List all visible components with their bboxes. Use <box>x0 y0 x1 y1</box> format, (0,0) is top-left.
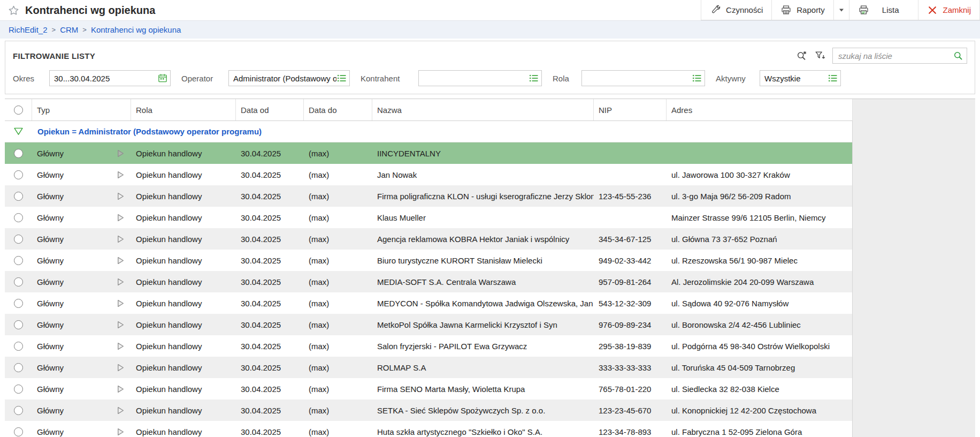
cell-data-od: 30.04.2025 <box>236 185 304 207</box>
aktywny-input[interactable]: Wszystkie <box>760 70 841 86</box>
row-radio[interactable] <box>14 277 23 287</box>
expand-triangle-icon[interactable] <box>116 277 125 287</box>
row-radio[interactable] <box>14 385 23 394</box>
search-input[interactable] <box>838 51 953 61</box>
row-radio[interactable] <box>14 149 23 158</box>
cell-typ: Główny <box>37 363 64 372</box>
search-icon[interactable] <box>953 50 963 61</box>
cell-adres: ul. Boronowska 2/4 42-456 Lubliniec <box>667 314 853 335</box>
header-select-column[interactable] <box>5 99 32 120</box>
operator-input[interactable]: Administrator (Podstawowy o <box>228 70 350 86</box>
table-row[interactable]: Główny Opiekun handlowy 30.04.2025 (max)… <box>5 228 852 250</box>
table-row[interactable]: Główny Opiekun handlowy 30.04.2025 (max)… <box>5 335 852 357</box>
table-row[interactable]: Główny Opiekun handlowy 30.04.2025 (max)… <box>5 142 852 164</box>
raporty-button[interactable]: Raporty <box>771 0 833 20</box>
cell-rola: Opiekun handlowy <box>131 357 236 378</box>
row-radio[interactable] <box>14 320 23 329</box>
titlebar: Kontrahenci wg opiekuna Czynności Raport… <box>0 0 980 20</box>
cell-data-od: 30.04.2025 <box>236 400 304 421</box>
cell-data-do: (max) <box>304 250 372 271</box>
search-star-icon[interactable] <box>796 50 808 62</box>
filter-funnel-arrow-icon[interactable] <box>814 50 826 62</box>
cell-data-do: (max) <box>304 335 372 357</box>
lista-button[interactable]: Lista <box>849 0 918 20</box>
column-header-nazwa[interactable]: Nazwa <box>372 99 594 120</box>
expand-triangle-icon[interactable] <box>116 213 125 222</box>
expand-triangle-icon[interactable] <box>116 363 125 372</box>
table-row[interactable]: Główny Opiekun handlowy 30.04.2025 (max)… <box>5 185 852 207</box>
cell-nip: 123-23-45-670 <box>594 400 667 421</box>
table-row[interactable]: Główny Opiekun handlowy 30.04.2025 (max)… <box>5 164 852 185</box>
cell-rola: Opiekun handlowy <box>131 164 236 185</box>
row-radio[interactable] <box>14 256 23 265</box>
expand-triangle-icon[interactable] <box>116 427 125 436</box>
breadcrumb-item-richedit[interactable]: RichEdit_2 <box>9 25 48 34</box>
cell-typ: Główny <box>37 235 64 244</box>
table-row[interactable]: Główny Opiekun handlowy 30.04.2025 (max)… <box>5 357 852 378</box>
expand-triangle-icon[interactable] <box>116 256 125 265</box>
expand-triangle-icon[interactable] <box>116 149 125 158</box>
row-radio[interactable] <box>14 427 23 436</box>
expand-triangle-icon[interactable] <box>116 235 125 244</box>
row-radio[interactable] <box>14 363 23 372</box>
cell-adres: ul. Konopnickiej 12 42-200 Częstochowa <box>667 400 853 421</box>
table-row[interactable]: Główny Opiekun handlowy 30.04.2025 (max)… <box>5 421 852 437</box>
expand-triangle-icon[interactable] <box>116 385 125 394</box>
czynnosci-button[interactable]: Czynności <box>701 0 771 20</box>
cell-rola: Opiekun handlowy <box>131 185 236 207</box>
cell-nip: 976-09-89-234 <box>594 314 667 335</box>
list-search-box <box>832 48 967 64</box>
rola-input[interactable] <box>581 70 705 86</box>
dropdown-list-icon[interactable] <box>336 73 347 84</box>
cell-nazwa: IINCYDENTALNY <box>372 142 594 164</box>
cell-rola: Opiekun handlowy <box>131 271 236 292</box>
table-row[interactable]: Główny Opiekun handlowy 30.04.2025 (max)… <box>5 250 852 271</box>
row-radio[interactable] <box>14 192 23 201</box>
zamknij-button[interactable]: Zamknij <box>918 0 980 20</box>
column-header-nip[interactable]: NIP <box>594 99 667 120</box>
cell-data-do: (max) <box>304 292 372 314</box>
table-row[interactable]: Główny Opiekun handlowy 30.04.2025 (max)… <box>5 378 852 400</box>
row-radio[interactable] <box>14 235 23 244</box>
expand-triangle-icon[interactable] <box>116 406 125 415</box>
grid-header: Typ Rola Data od Data do Nazwa NIP Adres <box>5 99 852 121</box>
cell-adres: ul. Toruńska 45 04-509 Tarnobrzeg <box>667 357 853 378</box>
cell-adres: Mainzer Strasse 99/6 12105 Berlin, Niemc… <box>667 207 853 228</box>
column-header-data-do[interactable]: Data do <box>304 99 372 120</box>
printer-list-icon <box>858 4 869 16</box>
dropdown-list-icon[interactable] <box>828 73 838 84</box>
table-row[interactable]: Główny Opiekun handlowy 30.04.2025 (max)… <box>5 400 852 421</box>
breadcrumb-item-current[interactable]: Kontrahenci wg opiekuna <box>91 25 181 34</box>
row-radio[interactable] <box>14 342 23 351</box>
kontrahent-input[interactable] <box>418 70 542 86</box>
dropdown-list-icon[interactable] <box>529 73 539 84</box>
expand-triangle-icon[interactable] <box>116 192 125 201</box>
row-radio[interactable] <box>14 406 23 415</box>
raporty-dropdown-button[interactable] <box>833 0 849 20</box>
column-header-adres[interactable]: Adres <box>667 99 853 120</box>
breadcrumb-item-crm[interactable]: CRM <box>60 25 78 34</box>
expand-triangle-icon[interactable] <box>116 320 125 329</box>
filter-rola: Rola <box>553 70 705 86</box>
breadcrumb: RichEdit_2 > CRM > Kontrahenci wg opieku… <box>0 20 980 39</box>
column-header-data-od[interactable]: Data od <box>236 99 304 120</box>
cell-data-do: (max) <box>304 207 372 228</box>
favorite-star-icon[interactable] <box>7 4 20 17</box>
dropdown-list-icon[interactable] <box>692 73 702 84</box>
table-row[interactable]: Główny Opiekun handlowy 30.04.2025 (max)… <box>5 207 852 228</box>
group-header-row[interactable]: Opiekun = Administrator (Podstawowy oper… <box>5 121 852 142</box>
expand-triangle-icon[interactable] <box>116 299 125 308</box>
table-row[interactable]: Główny Opiekun handlowy 30.04.2025 (max)… <box>5 314 852 335</box>
column-header-rola[interactable]: Rola <box>131 99 236 120</box>
table-row[interactable]: Główny Opiekun handlowy 30.04.2025 (max)… <box>5 292 852 314</box>
column-header-typ[interactable]: Typ <box>32 99 131 120</box>
cell-adres: ul. 3-go Maja 96/2 56-209 Radom <box>667 185 853 207</box>
expand-triangle-icon[interactable] <box>116 342 125 351</box>
okres-input[interactable]: 30...30.04.2025 <box>49 70 171 86</box>
row-radio[interactable] <box>14 213 23 222</box>
row-radio[interactable] <box>14 299 23 308</box>
table-row[interactable]: Główny Opiekun handlowy 30.04.2025 (max)… <box>5 271 852 292</box>
row-radio[interactable] <box>14 170 23 179</box>
calendar-icon[interactable] <box>157 73 168 84</box>
expand-triangle-icon[interactable] <box>116 170 125 179</box>
